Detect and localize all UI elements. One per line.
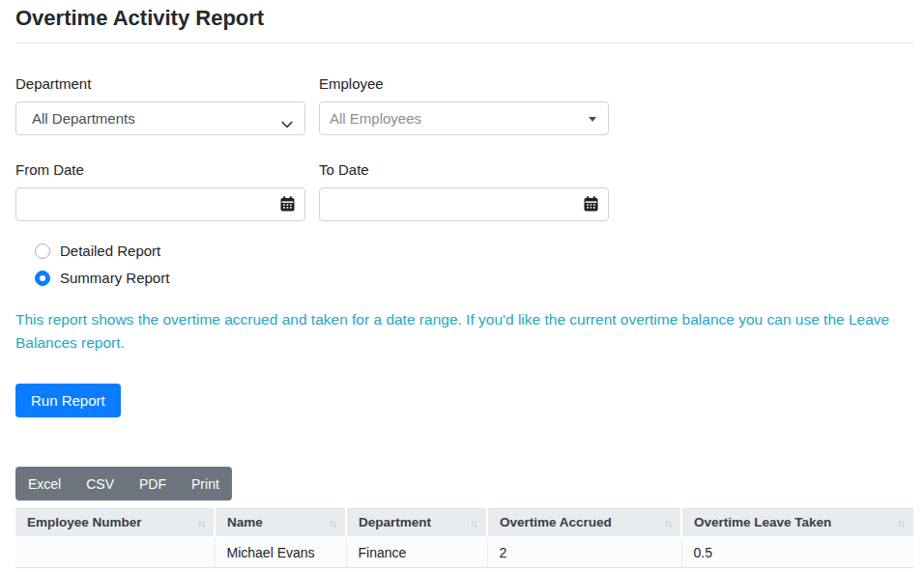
cell-overtime-accrued: 2 [487,537,681,568]
radio-detailed-label: Detailed Report [60,243,160,259]
to-date-field: To Date [319,160,609,221]
calendar-icon[interactable] [280,196,295,212]
sort-icon: ↑↓ [664,517,673,529]
radio-summary-report[interactable]: Summary Report [35,270,913,286]
export-button-group: Excel CSV PDF Print [15,467,232,500]
employee-field: Employee All Employees [319,74,609,135]
radio-unchecked-icon [35,243,50,259]
department-select-value: All Departments [32,110,135,127]
title-divider [15,43,913,43]
sort-icon: ↑↓ [470,517,478,529]
from-date-label: From Date [15,160,305,180]
export-excel-button[interactable]: Excel [15,467,73,500]
column-label: Overtime Accrued [500,515,612,529]
caret-down-icon [589,117,596,122]
sort-icon: ↑↓ [329,517,337,529]
department-select[interactable]: All Departments [15,101,305,135]
column-label: Name [227,515,263,529]
run-report-button[interactable]: Run Report [15,384,121,417]
overtime-report-page: Overtime Activity Report Department All … [0,0,924,568]
employee-select[interactable]: All Employees [319,101,609,135]
column-header-department[interactable]: Department↑↓ [346,509,487,537]
export-csv-button[interactable]: CSV [73,467,127,500]
table-header-row: Employee Number↑↓ Name↑↓ Department↑↓ Ov… [15,509,913,537]
department-field: Department All Departments [15,74,305,135]
sort-icon: ↑↓ [197,517,206,529]
sort-icon: ↑↓ [897,517,906,529]
calendar-icon[interactable] [584,196,598,212]
table-row: Michael Evans Finance 2 0.5 [15,537,913,568]
column-header-employee-number[interactable]: Employee Number↑↓ [15,509,215,537]
report-type-group: Detailed Report Summary Report [35,243,913,286]
export-print-button[interactable]: Print [179,467,232,500]
department-label: Department [15,74,305,94]
radio-detailed-report[interactable]: Detailed Report [35,243,913,259]
cell-department: Finance [346,537,487,568]
overtime-results-table: Employee Number↑↓ Name↑↓ Department↑↓ Ov… [15,508,913,568]
employee-select-value: All Employees [330,110,421,127]
column-header-overtime-leave-taken[interactable]: Overtime Leave Taken↑↓ [681,509,913,537]
column-header-overtime-accrued[interactable]: Overtime Accrued↑↓ [487,509,681,537]
column-header-name[interactable]: Name↑↓ [215,509,346,537]
to-date-label: To Date [319,160,609,180]
employee-label: Employee [319,74,609,94]
to-date-input[interactable] [319,187,609,221]
column-label: Department [359,515,431,529]
column-label: Overtime Leave Taken [694,515,831,529]
from-date-field: From Date [15,160,305,221]
cell-overtime-leave-taken: 0.5 [681,537,913,568]
cell-name: Michael Evans [215,537,346,568]
chevron-down-icon [281,115,293,131]
filter-form: Department All Departments Employee All … [15,74,609,221]
from-date-input[interactable] [15,187,305,221]
export-pdf-button[interactable]: PDF [127,467,179,500]
report-info-text: This report shows the overtime accrued a… [15,308,913,355]
radio-summary-label: Summary Report [60,270,169,286]
column-label: Employee Number [27,515,142,529]
page-title: Overtime Activity Report [15,4,913,33]
cell-employee-number [15,537,215,568]
radio-checked-icon [35,271,50,286]
